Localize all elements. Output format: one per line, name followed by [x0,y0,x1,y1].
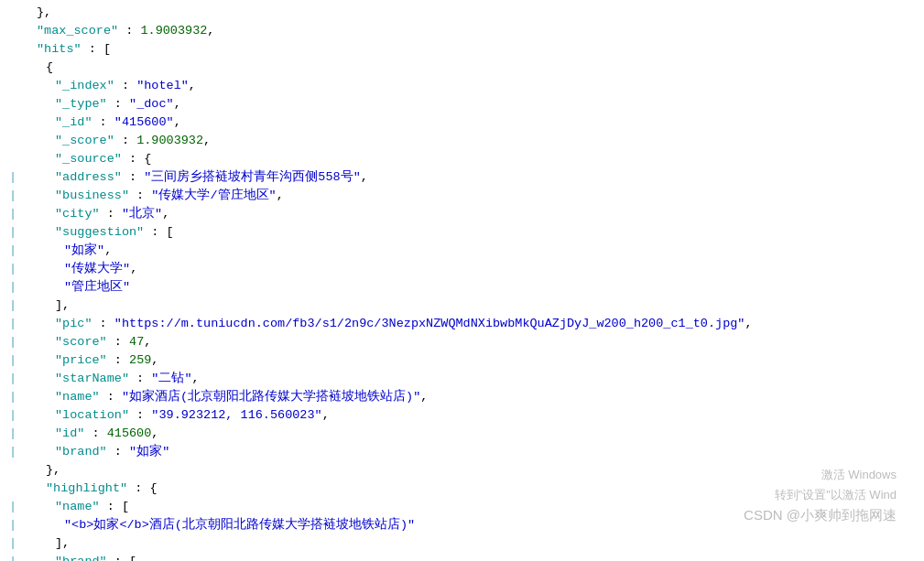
table-row: |"brand" : "如家" [0,443,924,461]
table-row: "_source" : { [0,150,924,168]
table-row: |], [0,534,924,553]
table-row: "hits" : [ [0,40,924,59]
table-row: |"score" : 47, [0,333,924,351]
table-row: |"id" : 415600, [0,425,924,443]
table-row: |"传媒大学", [0,260,924,278]
table-row: "_index" : "hotel", [0,77,924,95]
code-editor: },"max_score" : 1.9003932,"hits" : [{"_i… [0,0,924,561]
table-row: |"city" : "北京", [0,205,924,223]
table-row: |"如家", [0,242,924,260]
table-row: |"name" : "如家酒店(北京朝阳北路传媒大学搭裢坡地铁站店)", [0,388,924,406]
table-row: { [0,59,924,77]
table-row: |"pic" : "https://m.tuniucdn.com/fb3/s1/… [0,315,924,333]
table-row: |"brand" : [ [0,553,924,561]
table-row: |"starName" : "二钻", [0,370,924,388]
table-row: |"管庄地区" [0,278,924,297]
watermark: 激活 Windows 转到"设置"以激活 Wind CSDN @小爽帅到拖网速 [744,467,897,524]
watermark-line2: 转到"设置"以激活 Wind [744,487,897,503]
table-row: |"price" : 259, [0,351,924,370]
table-row: |"address" : "三间房乡搭裢坡村青年沟西侧558号", [0,168,924,187]
table-row: |"suggestion" : [ [0,223,924,242]
table-row: "_id" : "415600", [0,113,924,132]
table-row: "_score" : 1.9003932, [0,132,924,150]
table-row: |"business" : "传媒大学/管庄地区", [0,187,924,205]
table-row: |"location" : "39.923212, 116.560023", [0,406,924,425]
watermark-line3: CSDN @小爽帅到拖网速 [744,507,897,524]
watermark-line1: 激活 Windows [744,467,897,483]
table-row: "max_score" : 1.9003932, [0,22,924,40]
table-row: |], [0,297,924,315]
table-row: "_type" : "_doc", [0,95,924,113]
table-row: }, [0,4,924,22]
